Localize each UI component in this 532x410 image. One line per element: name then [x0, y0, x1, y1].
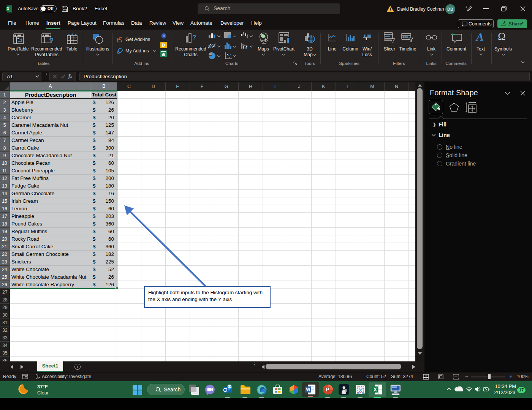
svg-text:?: ?: [192, 34, 196, 41]
svg-text:?: ?: [49, 36, 53, 44]
svg-text:X: X: [7, 7, 10, 11]
